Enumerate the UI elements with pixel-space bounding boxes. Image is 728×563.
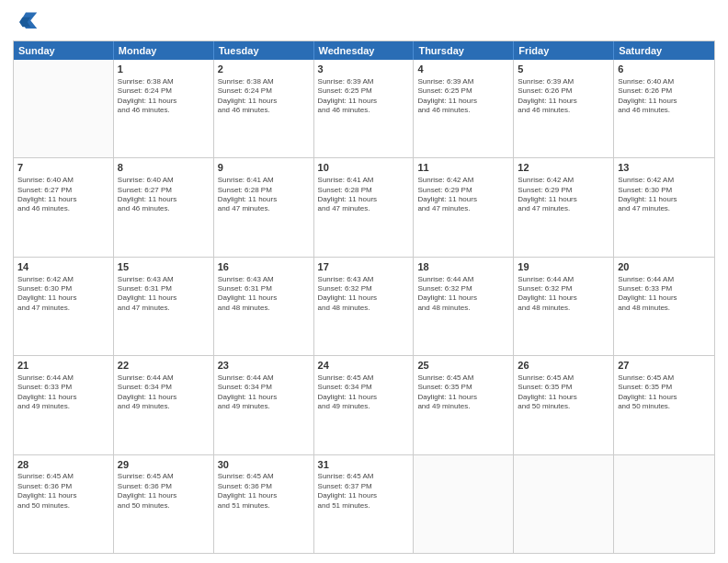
cell-text: Sunrise: 6:44 AMSunset: 6:32 PMDaylight:… — [417, 275, 509, 314]
calendar-cell: 8Sunrise: 6:40 AMSunset: 6:27 PMDaylight… — [114, 158, 214, 256]
calendar-cell: 26Sunrise: 6:45 AMSunset: 6:35 PMDayligh… — [514, 356, 614, 454]
day-number: 17 — [318, 260, 410, 274]
day-number: 19 — [518, 260, 609, 274]
calendar-row-1: 7Sunrise: 6:40 AMSunset: 6:27 PMDaylight… — [14, 158, 714, 257]
cell-text: Sunrise: 6:44 AMSunset: 6:34 PMDaylight:… — [118, 373, 210, 412]
cell-text: Sunrise: 6:41 AMSunset: 6:28 PMDaylight:… — [218, 176, 310, 214]
day-number: 5 — [518, 63, 609, 76]
day-number: 23 — [218, 359, 310, 373]
calendar-cell: 13Sunrise: 6:42 AMSunset: 6:30 PMDayligh… — [614, 158, 714, 256]
cell-text: Sunrise: 6:42 AMSunset: 6:29 PMDaylight:… — [417, 176, 509, 214]
day-number: 18 — [417, 260, 509, 274]
day-number: 20 — [618, 260, 711, 274]
calendar-cell: 25Sunrise: 6:45 AMSunset: 6:35 PMDayligh… — [414, 356, 514, 454]
weekday-header-thursday: Thursday — [414, 41, 514, 60]
calendar-cell: 3Sunrise: 6:39 AMSunset: 6:25 PMDaylight… — [314, 60, 415, 157]
day-number: 2 — [218, 63, 310, 76]
calendar-row-2: 14Sunrise: 6:42 AMSunset: 6:30 PMDayligh… — [14, 258, 714, 356]
calendar-cell: 28Sunrise: 6:45 AMSunset: 6:36 PMDayligh… — [14, 455, 114, 553]
calendar-cell — [614, 455, 714, 553]
cell-text: Sunrise: 6:42 AMSunset: 6:29 PMDaylight:… — [518, 176, 609, 214]
cell-text: Sunrise: 6:44 AMSunset: 6:34 PMDaylight:… — [218, 373, 310, 412]
cell-text: Sunrise: 6:43 AMSunset: 6:31 PMDaylight:… — [218, 275, 310, 314]
day-number: 7 — [17, 161, 109, 175]
calendar-cell: 5Sunrise: 6:39 AMSunset: 6:26 PMDaylight… — [514, 60, 614, 157]
calendar-cell: 30Sunrise: 6:45 AMSunset: 6:36 PMDayligh… — [214, 455, 314, 553]
calendar-cell — [514, 455, 614, 553]
calendar-cell: 15Sunrise: 6:43 AMSunset: 6:31 PMDayligh… — [114, 258, 214, 355]
calendar-cell — [414, 455, 514, 553]
day-number: 3 — [318, 63, 410, 76]
cell-text: Sunrise: 6:43 AMSunset: 6:32 PMDaylight:… — [318, 275, 410, 314]
calendar-cell: 17Sunrise: 6:43 AMSunset: 6:32 PMDayligh… — [314, 258, 415, 355]
cell-text: Sunrise: 6:39 AMSunset: 6:25 PMDaylight:… — [318, 77, 410, 116]
day-number: 13 — [618, 161, 711, 175]
calendar-cell: 16Sunrise: 6:43 AMSunset: 6:31 PMDayligh… — [214, 258, 314, 355]
day-number: 16 — [218, 260, 310, 274]
day-number: 15 — [118, 260, 210, 274]
weekday-header-sunday: Sunday — [14, 41, 114, 60]
cell-text: Sunrise: 6:44 AMSunset: 6:33 PMDaylight:… — [17, 373, 109, 412]
day-number: 31 — [318, 458, 410, 472]
cell-text: Sunrise: 6:40 AMSunset: 6:26 PMDaylight:… — [618, 77, 711, 116]
calendar-cell — [14, 60, 114, 157]
day-number: 10 — [318, 161, 410, 175]
cell-text: Sunrise: 6:45 AMSunset: 6:35 PMDaylight:… — [417, 373, 509, 412]
cell-text: Sunrise: 6:38 AMSunset: 6:24 PMDaylight:… — [118, 77, 210, 116]
weekday-header-friday: Friday — [514, 41, 614, 60]
calendar-cell: 24Sunrise: 6:45 AMSunset: 6:34 PMDayligh… — [314, 356, 415, 454]
calendar-row-4: 28Sunrise: 6:45 AMSunset: 6:36 PMDayligh… — [14, 455, 714, 553]
calendar-cell: 19Sunrise: 6:44 AMSunset: 6:32 PMDayligh… — [514, 258, 614, 355]
day-number: 14 — [17, 260, 109, 274]
page: SundayMondayTuesdayWednesdayThursdayFrid… — [0, 0, 728, 563]
cell-text: Sunrise: 6:43 AMSunset: 6:31 PMDaylight:… — [118, 275, 210, 314]
calendar-cell: 21Sunrise: 6:44 AMSunset: 6:33 PMDayligh… — [14, 356, 114, 454]
cell-text: Sunrise: 6:41 AMSunset: 6:28 PMDaylight:… — [318, 176, 410, 214]
day-number: 26 — [518, 359, 609, 373]
calendar-cell: 4Sunrise: 6:39 AMSunset: 6:25 PMDaylight… — [414, 60, 514, 157]
header — [13, 9, 715, 35]
calendar-cell: 6Sunrise: 6:40 AMSunset: 6:26 PMDaylight… — [614, 60, 714, 157]
calendar-cell: 18Sunrise: 6:44 AMSunset: 6:32 PMDayligh… — [414, 258, 514, 355]
calendar-cell: 14Sunrise: 6:42 AMSunset: 6:30 PMDayligh… — [14, 258, 114, 355]
cell-text: Sunrise: 6:45 AMSunset: 6:36 PMDaylight:… — [17, 472, 109, 511]
day-number: 21 — [17, 359, 109, 373]
day-number: 27 — [618, 359, 711, 373]
cell-text: Sunrise: 6:38 AMSunset: 6:24 PMDaylight:… — [218, 77, 310, 116]
calendar-cell: 23Sunrise: 6:44 AMSunset: 6:34 PMDayligh… — [214, 356, 314, 454]
cell-text: Sunrise: 6:45 AMSunset: 6:36 PMDaylight:… — [118, 472, 210, 511]
day-number: 6 — [618, 63, 711, 76]
cell-text: Sunrise: 6:40 AMSunset: 6:27 PMDaylight:… — [118, 176, 210, 214]
calendar-cell: 12Sunrise: 6:42 AMSunset: 6:29 PMDayligh… — [514, 158, 614, 256]
cell-text: Sunrise: 6:39 AMSunset: 6:26 PMDaylight:… — [518, 77, 609, 116]
calendar-row-3: 21Sunrise: 6:44 AMSunset: 6:33 PMDayligh… — [14, 356, 714, 454]
calendar-row-0: 1Sunrise: 6:38 AMSunset: 6:24 PMDaylight… — [14, 60, 714, 158]
calendar-cell: 20Sunrise: 6:44 AMSunset: 6:33 PMDayligh… — [614, 258, 714, 355]
calendar-cell: 9Sunrise: 6:41 AMSunset: 6:28 PMDaylight… — [214, 158, 314, 256]
weekday-header-saturday: Saturday — [614, 41, 714, 60]
day-number: 29 — [118, 458, 210, 472]
cell-text: Sunrise: 6:44 AMSunset: 6:32 PMDaylight:… — [518, 275, 609, 314]
calendar-cell: 27Sunrise: 6:45 AMSunset: 6:35 PMDayligh… — [614, 356, 714, 454]
day-number: 1 — [118, 63, 210, 76]
cell-text: Sunrise: 6:42 AMSunset: 6:30 PMDaylight:… — [17, 275, 109, 314]
day-number: 8 — [118, 161, 210, 175]
cell-text: Sunrise: 6:44 AMSunset: 6:33 PMDaylight:… — [618, 275, 711, 314]
calendar-cell: 31Sunrise: 6:45 AMSunset: 6:37 PMDayligh… — [314, 455, 415, 553]
calendar-cell: 11Sunrise: 6:42 AMSunset: 6:29 PMDayligh… — [414, 158, 514, 256]
day-number: 24 — [318, 359, 410, 373]
logo-icon — [13, 9, 39, 35]
cell-text: Sunrise: 6:45 AMSunset: 6:34 PMDaylight:… — [318, 373, 410, 412]
cell-text: Sunrise: 6:42 AMSunset: 6:30 PMDaylight:… — [618, 176, 711, 214]
day-number: 25 — [417, 359, 509, 373]
cell-text: Sunrise: 6:39 AMSunset: 6:25 PMDaylight:… — [417, 77, 509, 116]
day-number: 9 — [218, 161, 310, 175]
day-number: 28 — [17, 458, 109, 472]
cell-text: Sunrise: 6:45 AMSunset: 6:35 PMDaylight:… — [618, 373, 711, 412]
cell-text: Sunrise: 6:45 AMSunset: 6:37 PMDaylight:… — [318, 472, 410, 511]
day-number: 11 — [417, 161, 509, 175]
calendar-header: SundayMondayTuesdayWednesdayThursdayFrid… — [14, 41, 714, 60]
calendar-cell: 29Sunrise: 6:45 AMSunset: 6:36 PMDayligh… — [114, 455, 214, 553]
weekday-header-tuesday: Tuesday — [214, 41, 314, 60]
cell-text: Sunrise: 6:45 AMSunset: 6:36 PMDaylight:… — [218, 472, 310, 511]
